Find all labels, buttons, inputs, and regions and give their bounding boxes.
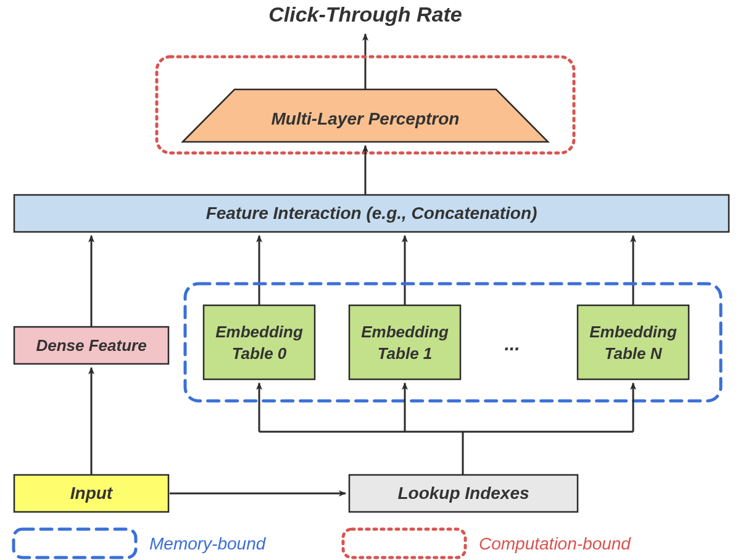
diagram-title: Click-Through Rate [268, 2, 462, 26]
embedding-n-label-2: Table N [605, 344, 663, 363]
embedding-table-0 [204, 305, 315, 379]
feature-interaction-label: Feature Interaction (e.g., Concatenation… [206, 204, 538, 223]
mlp-label: Multi-Layer Perceptron [272, 109, 460, 128]
embedding-0-label-2: Table 0 [232, 344, 287, 363]
dense-feature-label: Dense Feature [36, 336, 146, 355]
embedding-1-label-2: Table 1 [378, 344, 433, 363]
input-label: Input [70, 484, 114, 503]
legend-memory-label: Memory-bound [149, 534, 267, 553]
legend-compute-swatch [343, 529, 465, 558]
embedding-table-1 [349, 305, 460, 379]
lookup-fanout-path [259, 432, 633, 475]
legend-compute-label: Computation-bound [479, 534, 631, 553]
legend-memory-swatch [14, 529, 136, 558]
ellipsis: ... [504, 334, 520, 354]
embedding-table-n [578, 305, 689, 379]
embedding-0-label-1: Embedding [215, 323, 303, 341]
embedding-n-label-1: Embedding [589, 323, 677, 341]
lookup-indexes-label: Lookup Indexes [397, 484, 529, 503]
embedding-1-label-1: Embedding [361, 323, 449, 341]
